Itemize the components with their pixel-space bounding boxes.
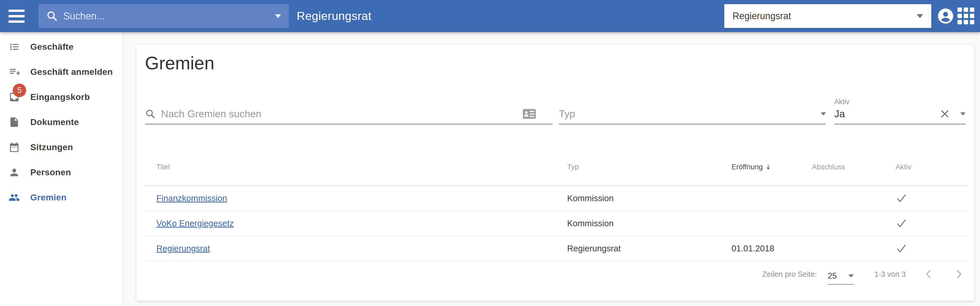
person-icon: [8, 167, 20, 178]
rows-per-page-select[interactable]: 25: [828, 269, 854, 285]
chevron-down-icon: [848, 274, 854, 277]
document-icon: [8, 116, 20, 128]
filters-row: Nach Gremien suchen Typ: [145, 96, 966, 124]
gremium-link-regierungsrat[interactable]: Regierungsrat: [156, 244, 210, 253]
gremien-search-placeholder: Nach Gremien suchen: [161, 108, 261, 120]
aktiv-check-icon: [896, 193, 967, 203]
sidebar-item-eingangskorb[interactable]: 5 Eingangskorb: [0, 84, 123, 110]
sidebar-item-label: Geschäfte: [30, 42, 73, 52]
app-title: Regierungsrat: [297, 9, 371, 23]
sidebar-item-gremien[interactable]: Gremien: [0, 185, 123, 210]
column-header-aktiv[interactable]: Aktiv: [896, 163, 967, 171]
gremien-search-field[interactable]: Nach Gremien suchen: [145, 96, 552, 124]
chevron-down-icon: [821, 112, 826, 115]
hamburger-icon: [8, 10, 25, 23]
column-header-eroeffnung[interactable]: Eröffnung: [732, 163, 812, 171]
table-header-row: Titel Typ Eröffnung Abschluss Aktiv: [145, 148, 967, 186]
rows-per-page-value: 25: [828, 271, 837, 280]
aktiv-filter-select[interactable]: Aktiv Ja: [834, 96, 966, 124]
playlist-add-icon: [8, 66, 20, 78]
aktiv-filter-value: Ja: [834, 108, 845, 120]
content-card: Gremien Nach Gremien suchen: [137, 45, 974, 301]
sidebar-item-geschaefte[interactable]: Geschäfte: [0, 34, 123, 59]
sidebar-item-personen[interactable]: Personen: [0, 160, 123, 185]
chevron-down-icon: [917, 14, 923, 18]
sidebar-item-label: Gremien: [30, 192, 67, 202]
table-pagination: Zeilen pro Seite: 25 1-3 von 3: [762, 264, 967, 285]
page-title: Gremien: [145, 51, 214, 75]
hamburger-menu-button[interactable]: [6, 6, 27, 26]
column-header-typ[interactable]: Typ: [567, 163, 732, 171]
column-header-titel[interactable]: Titel: [156, 163, 567, 171]
calendar-icon: [8, 142, 20, 153]
pagination-range-label: 1-3 von 3: [874, 270, 906, 279]
column-header-abschluss[interactable]: Abschluss: [812, 163, 896, 171]
typ-filter-select[interactable]: Typ: [559, 96, 826, 124]
chevron-left-icon: [924, 269, 933, 279]
next-page-button[interactable]: [951, 266, 967, 282]
gremium-link-voko-energiegesetz[interactable]: VoKo Energiegesetz: [156, 218, 234, 228]
context-select[interactable]: Regierungsrat: [724, 4, 931, 28]
apps-grid-button[interactable]: [956, 6, 976, 26]
gremien-table: Titel Typ Eröffnung Abschluss Aktiv Fina…: [145, 148, 967, 261]
apps-grid-icon: [957, 7, 975, 25]
inbox-badge: 5: [13, 84, 26, 97]
inbox-icon: 5: [8, 91, 20, 103]
chevron-down-icon: [960, 112, 966, 115]
search-scope-caret-icon[interactable]: [275, 14, 281, 18]
gremium-link-finanzkommission[interactable]: Finanzkommission: [156, 193, 227, 203]
sidebar-item-dokumente[interactable]: Dokumente: [0, 110, 123, 135]
sidebar-item-label: Eingangskorb: [30, 92, 90, 102]
sidebar-item-label: Dokumente: [30, 117, 79, 127]
typ-filter-placeholder: Typ: [559, 108, 575, 120]
cell-eroeffnung: 01.01.2018: [732, 244, 812, 253]
search-icon: [46, 10, 58, 22]
table-row: Finanzkommission Kommission: [145, 186, 967, 211]
aktiv-check-icon: [896, 218, 967, 228]
account-button[interactable]: [935, 6, 956, 26]
aktiv-check-icon: [896, 244, 967, 253]
cell-typ: Kommission: [567, 193, 732, 203]
sidebar-item-geschaeft-anmelden[interactable]: Geschäft anmelden: [0, 59, 123, 84]
aktiv-filter-clear-button[interactable]: [940, 109, 950, 119]
chevron-right-icon: [955, 269, 963, 279]
global-search-input[interactable]: Suchen...: [38, 4, 289, 28]
sidebar-item-label: Personen: [30, 167, 71, 177]
search-icon: [145, 108, 156, 120]
sidebar: Geschäfte Geschäft anmelden 5 Eingangsko…: [0, 32, 123, 306]
app-header: Suchen... Regierungsrat Regierungsrat: [0, 0, 980, 32]
sidebar-item-sitzungen[interactable]: Sitzungen: [0, 135, 123, 160]
cell-typ: Kommission: [567, 218, 732, 228]
cell-typ: Regierungsrat: [567, 244, 732, 253]
table-row: Regierungsrat Regierungsrat 01.01.2018: [145, 236, 967, 261]
table-row: VoKo Energiegesetz Kommission: [145, 211, 967, 236]
sidebar-item-label: Geschäft anmelden: [30, 67, 113, 77]
global-search-placeholder: Suchen...: [63, 11, 275, 22]
app-screen: Suchen... Regierungsrat Regierungsrat: [0, 0, 980, 306]
list-icon: [8, 41, 20, 53]
rows-per-page-label: Zeilen pro Seite:: [762, 270, 817, 279]
close-icon: [940, 109, 950, 119]
recent-actors-icon[interactable]: [523, 108, 536, 120]
account-circle-icon: [937, 8, 954, 24]
people-icon: [8, 192, 20, 203]
context-select-value: Regierungsrat: [733, 11, 917, 21]
previous-page-button[interactable]: [921, 266, 936, 282]
aktiv-filter-label: Aktiv: [834, 98, 966, 107]
sort-desc-arrow-icon: [765, 164, 772, 171]
sidebar-item-label: Sitzungen: [30, 142, 73, 152]
